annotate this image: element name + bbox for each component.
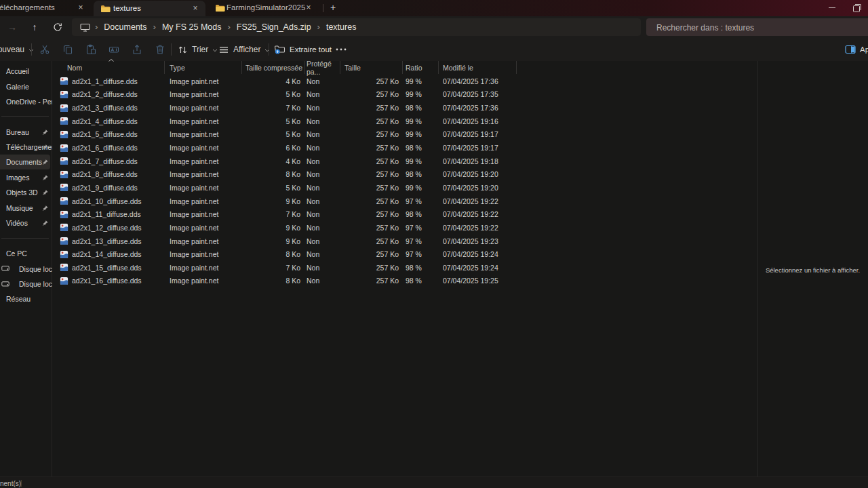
- file-type: Image paint.net: [165, 77, 242, 85]
- forward-icon[interactable]: →: [3, 16, 21, 38]
- breadcrumb-chevron-icon: ›: [153, 22, 156, 32]
- table-row[interactable]: ad2x1_1_diffuse.dds Image paint.net 4 Ko…: [57, 75, 517, 88]
- column-header-ratio[interactable]: Ratio: [403, 61, 439, 74]
- extract-all-button[interactable]: Extraire tout: [274, 38, 332, 61]
- file-size: 257 Ko: [340, 184, 403, 192]
- column-header-taille[interactable]: Taille: [340, 61, 403, 74]
- restore-button[interactable]: [853, 5, 860, 12]
- share-icon[interactable]: [132, 44, 142, 55]
- up-icon[interactable]: ↑: [26, 16, 43, 38]
- sidebar-item-objets-3d[interactable]: Objets 3D: [0, 185, 52, 200]
- breadcrumb-item-textures[interactable]: textures: [326, 22, 356, 32]
- paintnet-file-icon: [60, 157, 68, 165]
- file-size: 257 Ko: [340, 104, 403, 112]
- file-protected: Non: [305, 130, 340, 138]
- sidebar-item-galerie[interactable]: Galerie: [0, 79, 52, 94]
- sidebar-item-onedrive[interactable]: OneDrive - Persona: [0, 94, 52, 109]
- close-tab-icon[interactable]: ×: [191, 4, 200, 14]
- column-header-protege[interactable]: Protégé pa...: [305, 61, 340, 74]
- minimize-button[interactable]: [829, 7, 835, 8]
- view-button[interactable]: Afficher: [218, 38, 270, 61]
- table-row[interactable]: ad2x1_9_diffuse.dds Image paint.net 5 Ko…: [57, 181, 517, 195]
- table-row[interactable]: ad2x1_15_diffuse.dds Image paint.net 7 K…: [57, 261, 517, 274]
- table-row[interactable]: ad2x1_12_diffuse.dds Image paint.net 9 K…: [57, 221, 517, 235]
- sidebar-item-ce-pc[interactable]: Ce PC: [0, 246, 52, 261]
- sidebar-item-telechargements[interactable]: Téléchargement: [0, 140, 52, 155]
- sidebar-item-bureau[interactable]: Bureau: [0, 125, 52, 140]
- sort-arrows-icon: [178, 45, 188, 55]
- close-tab-icon[interactable]: ×: [76, 3, 85, 13]
- sidebar-item-disque-c[interactable]: Disque local (C:): [0, 261, 52, 276]
- file-type: Image paint.net: [165, 184, 242, 192]
- file-type: Image paint.net: [165, 250, 242, 258]
- breadcrumb[interactable]: › Documents › My FS 25 Mods › FS25_Sign_…: [72, 18, 641, 36]
- file-name: ad2x1_7_diffuse.dds: [72, 157, 138, 165]
- breadcrumb-item-documents[interactable]: Documents: [104, 22, 146, 32]
- column-header-nom[interactable]: Nom: [57, 61, 165, 74]
- tab-label: textures: [113, 4, 141, 12]
- rename-icon[interactable]: [108, 44, 119, 55]
- table-row[interactable]: ad2x1_5_diffuse.dds Image paint.net 5 Ko…: [57, 128, 517, 142]
- sidebar-item-disque-e[interactable]: Disque local (E:): [0, 277, 52, 291]
- table-row[interactable]: ad2x1_10_diffuse.dds Image paint.net 9 K…: [57, 195, 517, 208]
- paintnet-file-icon: [60, 90, 68, 99]
- sidebar-item-musique[interactable]: Musique: [0, 201, 52, 216]
- file-type: Image paint.net: [165, 104, 242, 112]
- folder-icon: [215, 4, 225, 12]
- paste-icon[interactable]: [85, 44, 96, 55]
- column-header-taille-compressee[interactable]: Taille compressée: [242, 61, 305, 74]
- tab-textures-active[interactable]: textures ×: [94, 1, 205, 16]
- table-row[interactable]: ad2x1_2_diffuse.dds Image paint.net 5 Ko…: [57, 88, 517, 102]
- breadcrumb-item-myfs25mods[interactable]: My FS 25 Mods: [162, 22, 222, 32]
- file-compressed-size: 7 Ko: [242, 104, 305, 112]
- title-bar: Téléchargements × textures × FarmingSimu…: [0, 0, 868, 16]
- sidebar-item-documents[interactable]: Documents: [0, 155, 52, 169]
- file-type: Image paint.net: [165, 144, 242, 152]
- paintnet-file-icon: [60, 170, 68, 179]
- address-bar-row: → ↑ › Documents › My FS 25 Mods › FS25_S…: [0, 16, 868, 38]
- tab-telechargements[interactable]: Téléchargements ×: [0, 0, 92, 16]
- table-row[interactable]: ad2x1_16_diffuse.dds Image paint.net 8 K…: [57, 274, 517, 288]
- file-compressed-size: 9 Ko: [242, 197, 305, 205]
- search-input[interactable]: [655, 18, 861, 37]
- table-row[interactable]: ad2x1_11_diffuse.dds Image paint.net 7 K…: [57, 207, 517, 221]
- sort-button[interactable]: Trier: [178, 38, 218, 61]
- table-row[interactable]: ad2x1_14_diffuse.dds Image paint.net 8 K…: [57, 247, 517, 261]
- close-tab-icon[interactable]: ×: [304, 3, 313, 13]
- preview-pane-toggle[interactable]: Aperçu: [845, 38, 868, 61]
- table-row[interactable]: ad2x1_4_diffuse.dds Image paint.net 5 Ko…: [57, 115, 517, 128]
- table-row[interactable]: ad2x1_7_diffuse.dds Image paint.net 4 Ko…: [57, 155, 517, 168]
- sidebar-item-images[interactable]: Images: [0, 170, 52, 185]
- sidebar-item-videos[interactable]: Vidéos: [0, 216, 52, 230]
- file-name: ad2x1_10_diffuse.dds: [72, 197, 142, 205]
- search-box[interactable]: [646, 18, 868, 36]
- file-size: 257 Ko: [340, 250, 403, 258]
- file-type: Image paint.net: [165, 264, 242, 272]
- table-row[interactable]: ad2x1_13_diffuse.dds Image paint.net 9 K…: [57, 235, 517, 248]
- column-header-type[interactable]: Type: [165, 61, 242, 74]
- file-name: ad2x1_9_diffuse.dds: [72, 184, 138, 192]
- refresh-icon[interactable]: [49, 16, 66, 38]
- table-row[interactable]: ad2x1_6_diffuse.dds Image paint.net 6 Ko…: [57, 141, 517, 155]
- sidebar-item-reseau[interactable]: Réseau: [0, 291, 52, 306]
- column-header-modifie-le[interactable]: Modifié le: [439, 61, 517, 74]
- breadcrumb-item-zip[interactable]: FS25_Sign_Ads.zip: [237, 22, 311, 32]
- tab-label: FarmingSimulator2025: [226, 3, 305, 12]
- file-ratio: 99 %: [403, 130, 439, 138]
- new-button[interactable]: Nouveau: [0, 38, 34, 61]
- table-row[interactable]: ad2x1_8_diffuse.dds Image paint.net 8 Ko…: [57, 167, 517, 181]
- breadcrumb-chevron-icon: ›: [95, 22, 98, 32]
- file-ratio: 97 %: [403, 197, 439, 205]
- copy-icon[interactable]: [62, 44, 73, 55]
- more-options-button[interactable]: [334, 44, 349, 55]
- file-type: Image paint.net: [165, 170, 242, 178]
- new-tab-button[interactable]: +: [327, 2, 339, 14]
- delete-icon[interactable]: [155, 44, 165, 55]
- file-size: 257 Ko: [340, 130, 403, 138]
- tab-farmingsimulator2025[interactable]: FarmingSimulator2025 ×: [208, 0, 319, 16]
- file-type: Image paint.net: [165, 210, 242, 218]
- sidebar-item-accueil[interactable]: Accueil: [0, 64, 52, 79]
- table-row[interactable]: ad2x1_3_diffuse.dds Image paint.net 7 Ko…: [57, 101, 517, 115]
- file-compressed-size: 7 Ko: [242, 264, 305, 272]
- cut-icon[interactable]: [39, 44, 50, 55]
